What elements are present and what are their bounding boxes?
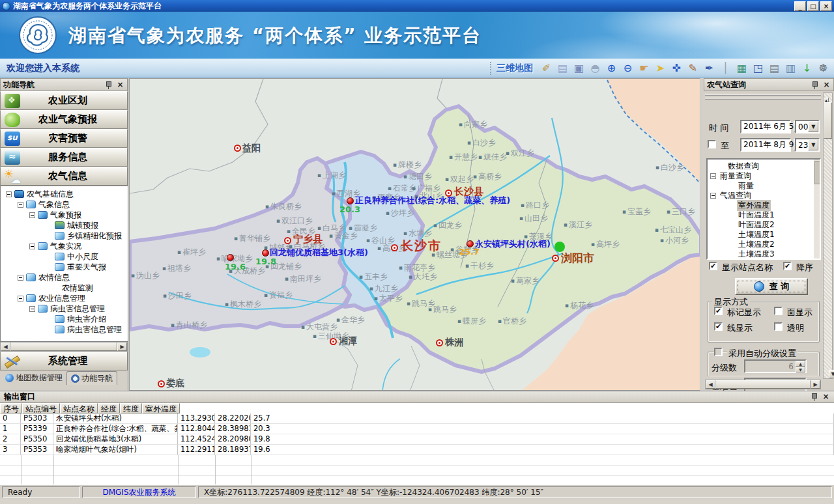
column-header[interactable]: 经度 — [98, 403, 120, 413]
panel-tab[interactable]: 功能导航 — [66, 371, 117, 385]
query-tree-item[interactable]: 土壤温度2 — [708, 240, 820, 249]
image-icon[interactable]: ▦ — [734, 61, 750, 76]
pin-icon[interactable] — [811, 81, 818, 89]
pin-icon[interactable] — [105, 81, 112, 89]
hour-from-combo[interactable]: 00▼ — [795, 120, 820, 133]
accordion-group[interactable]: 农业区划 — [0, 91, 128, 110]
station-marker[interactable] — [234, 145, 241, 152]
pan-hand-icon[interactable]: ☛ — [636, 61, 652, 76]
collapse-minus-icon[interactable] — [18, 202, 23, 208]
scroll-down-icon[interactable]: ▼ — [829, 370, 834, 378]
column-header[interactable]: 站点名称 — [60, 403, 98, 413]
download-icon[interactable]: ↓ — [799, 61, 815, 76]
print-icon[interactable]: ▤ — [766, 61, 783, 76]
map3d-button[interactable]: 三维地图 — [496, 63, 533, 74]
hour-to-combo[interactable]: 23▼ — [795, 138, 820, 152]
face-display-checkbox[interactable] — [774, 307, 783, 315]
accordion-group[interactable]: 灾害预警 — [0, 129, 128, 148]
close-panel-icon[interactable]: × — [116, 81, 124, 89]
query-button[interactable]: 查 询 — [735, 278, 808, 295]
nav-tree-item[interactable]: 农情信息 — [1, 272, 128, 283]
grade-count-stepper[interactable]: 6 ▲▼ — [744, 359, 807, 373]
query-tree-item[interactable]: 叶面温度1 — [708, 210, 820, 220]
line-display-checkbox[interactable] — [714, 322, 723, 331]
nav-tree-item[interactable]: 气象预报 — [1, 210, 128, 220]
chevron-down-icon[interactable]: ▼ — [808, 121, 818, 132]
query-tree-item[interactable]: 数据查询 — [708, 161, 820, 171]
nav-tree-item[interactable]: 病虫害信息管理 — [1, 303, 128, 314]
column-header[interactable]: 序号 — [0, 403, 22, 413]
scroll-right-icon[interactable]: ▶ — [811, 380, 820, 389]
query-tree-item[interactable]: 土壤温度3 — [708, 249, 820, 259]
scroll-thumb[interactable] — [824, 102, 832, 139]
separator[interactable]: │ — [717, 61, 734, 76]
scroll-right-icon[interactable]: ▶ — [117, 343, 127, 351]
accordion-group[interactable]: 农业气象预报 — [0, 110, 128, 129]
nav-tree-item[interactable]: 病虫害介绍 — [1, 314, 128, 324]
measure-ruler-icon[interactable]: ✐ — [538, 61, 554, 76]
nav-tree-item[interactable]: 气象实况 — [1, 241, 128, 251]
station-marker[interactable] — [158, 380, 165, 387]
query-tree-item[interactable]: 叶面温度2 — [708, 220, 820, 230]
station-marker[interactable] — [227, 254, 234, 261]
column-header[interactable]: 室外温度 — [142, 403, 180, 413]
accordion-group[interactable]: 服务信息 — [0, 148, 128, 167]
collapse-minus-icon[interactable] — [29, 244, 35, 249]
zoom-in-icon[interactable]: ⊕ — [603, 61, 620, 76]
scroll-thumb[interactable] — [10, 343, 117, 351]
pin-icon[interactable] — [811, 393, 818, 401]
select-arrow-icon[interactable]: ➤ — [652, 61, 669, 76]
transparent-checkbox[interactable] — [774, 322, 783, 331]
nav-tree-item[interactable]: 城镇预报 — [1, 220, 128, 231]
station-marker[interactable] — [330, 338, 337, 345]
tree-vscrollbar[interactable] — [814, 160, 820, 259]
nav-tree-item[interactable]: 农业信息管理 — [1, 293, 128, 303]
table-row[interactable]: 1 P5339 正良种养合作社(综合:水稻、蔬菜、养殖) 112.804441 … — [0, 424, 834, 434]
nav-tree-hscrollbar[interactable]: ◀ ▶ — [0, 342, 128, 352]
query-magnifier-icon[interactable]: ✒ — [701, 61, 717, 76]
query-tree-item[interactable]: 雨量查询 — [708, 171, 820, 181]
query-tree-item[interactable]: 雨量 — [708, 181, 820, 191]
page-icon[interactable]: ▤ — [554, 61, 571, 76]
nav-tree-item[interactable]: 农情监测 — [1, 283, 128, 293]
auto-grade-checkbox[interactable] — [714, 348, 723, 356]
collapse-minus-icon[interactable] — [18, 296, 23, 301]
spin-down-icon[interactable]: ▼ — [796, 367, 805, 372]
table-row[interactable]: 0 P5303 永安镇坪头村(水稻) 113.293033 28.220201 … — [0, 413, 834, 424]
system-management-group[interactable]: 系统管理 — [0, 352, 128, 371]
map-view[interactable]: 上湖乡西湖乡牌楼乡塘田乡石常乡广福乡黑糜乡北山乡向家乡白沙乡开慧乡观佳乡双江乡双… — [129, 78, 700, 391]
nav-tree-item[interactable]: 中小尺度 — [1, 251, 128, 262]
scroll-thumb[interactable] — [715, 380, 811, 389]
chevron-down-icon[interactable]: ▼ — [808, 139, 818, 150]
collapse-minus-icon[interactable] — [29, 306, 35, 312]
panel-vscrollbar[interactable]: ▲ ▼ — [823, 92, 833, 379]
to-date-checkbox[interactable] — [708, 140, 716, 148]
station-marker[interactable] — [391, 244, 398, 251]
window-icon[interactable]: ◳ — [750, 61, 766, 76]
date-to-combo[interactable]: 2011年 8月 9▼ — [740, 138, 791, 152]
collapse-minus-icon[interactable] — [18, 275, 23, 281]
minimize-button[interactable]: _ — [794, 1, 806, 11]
print-preview-icon[interactable]: ▥ — [783, 61, 799, 76]
query-tree-item[interactable]: 气温查询 — [708, 191, 820, 201]
restore-button[interactable]: □ — [807, 1, 819, 11]
collapse-minus-icon[interactable] — [710, 193, 716, 199]
station-marker[interactable] — [436, 339, 443, 346]
nav-tree-item[interactable]: 重要天气报 — [1, 262, 128, 272]
collapse-minus-icon[interactable] — [6, 191, 12, 197]
column-header[interactable]: 站点编号 — [22, 403, 60, 413]
close-button[interactable]: × — [820, 1, 832, 11]
nav-tree-item[interactable]: 病虫害信息管理 — [1, 324, 128, 335]
zoom-out-icon[interactable]: ⊖ — [620, 61, 636, 76]
panel-hscrollbar[interactable]: ◀ ▶ — [705, 380, 821, 389]
identify-brush-icon[interactable]: ✎ — [685, 61, 701, 76]
scroll-left-icon[interactable]: ◀ — [706, 380, 715, 389]
close-panel-icon[interactable]: × — [822, 81, 831, 89]
station-marker[interactable] — [284, 237, 291, 244]
query-tree-item[interactable]: 室外温度 — [708, 201, 820, 210]
station-marker[interactable] — [347, 197, 354, 204]
move-icon[interactable]: ✜ — [669, 61, 685, 76]
ellipse-select-icon[interactable]: ◓ — [587, 61, 603, 76]
table-row[interactable]: 3 P5353 喻家坳烟叶气象站(烟叶) 112.291174 28.18937… — [0, 445, 834, 455]
rect-select-icon[interactable]: ▣ — [571, 61, 587, 76]
